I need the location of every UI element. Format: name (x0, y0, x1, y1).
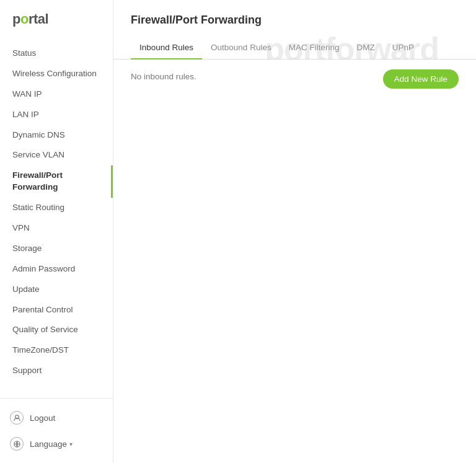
sidebar-item-vpn[interactable]: VPN (0, 218, 113, 239)
tab-outbound-rules[interactable]: Outbound Rules (202, 37, 280, 60)
language-dropdown: Language ▾ (30, 439, 73, 449)
logo-dot: o (20, 11, 29, 27)
tab-dmz[interactable]: DMZ (348, 37, 383, 60)
language-label: Language (30, 439, 67, 449)
logout-label: Logout (30, 413, 55, 423)
language-item[interactable]: Language ▾ (0, 431, 113, 457)
sidebar-item-service-vlan[interactable]: Service VLAN (0, 145, 113, 165)
sidebar-item-admin-password[interactable]: Admin Password (0, 259, 113, 280)
sidebar-item-wireless-configuration[interactable]: Wireless Configuration (0, 64, 113, 84)
sidebar-item-timezone-dst[interactable]: TimeZone/DST (0, 340, 113, 361)
content-area: No inbound rules. Add New Rule (113, 60, 476, 463)
tab-inbound-rules[interactable]: Inbound Rules (131, 37, 202, 60)
sidebar-item-wan-ip[interactable]: WAN IP (0, 84, 113, 105)
main-content: Firewall/Port Forwarding Inbound RulesOu… (113, 0, 476, 463)
sidebar-item-lan-ip[interactable]: LAN IP (0, 105, 113, 125)
logo: portal (12, 11, 100, 27)
sidebar-item-firewall-port-forwarding[interactable]: Firewall/Port Forwarding (0, 165, 113, 198)
logo-text-part: p (12, 11, 20, 27)
logout-icon (10, 411, 24, 425)
logo-text-rest: rtal (29, 11, 48, 27)
dropdown-arrow-icon: ▾ (69, 441, 73, 448)
sidebar-item-storage[interactable]: Storage (0, 239, 113, 259)
logout-item[interactable]: Logout (0, 405, 113, 431)
sidebar-item-parental-control[interactable]: Parental Control (0, 300, 113, 320)
tabs-bar: Inbound RulesOutbound RulesMAC Filtering… (113, 37, 476, 60)
nav-menu: StatusWireless ConfigurationWAN IPLAN IP… (0, 37, 113, 398)
sidebar-item-update[interactable]: Update (0, 280, 113, 300)
logo-area: portal (0, 0, 113, 37)
sidebar-item-quality-of-service[interactable]: Quality of Service (0, 320, 113, 340)
sidebar: portal StatusWireless ConfigurationWAN I… (0, 0, 113, 463)
sidebar-item-static-routing[interactable]: Static Routing (0, 198, 113, 218)
sidebar-item-status[interactable]: Status (0, 43, 113, 64)
add-new-rule-button[interactable]: Add New Rule (383, 69, 459, 89)
sidebar-bottom: Logout Language ▾ (0, 398, 113, 463)
tab-mac-filtering[interactable]: MAC Filtering (280, 37, 348, 60)
language-icon (10, 437, 24, 451)
tab-upnp[interactable]: UPnP (384, 37, 423, 60)
sidebar-item-support[interactable]: Support (0, 361, 113, 381)
page-title: Firewall/Port Forwarding (131, 14, 459, 27)
sidebar-item-dynamic-dns[interactable]: Dynamic DNS (0, 125, 113, 146)
page-header: Firewall/Port Forwarding (113, 0, 476, 37)
